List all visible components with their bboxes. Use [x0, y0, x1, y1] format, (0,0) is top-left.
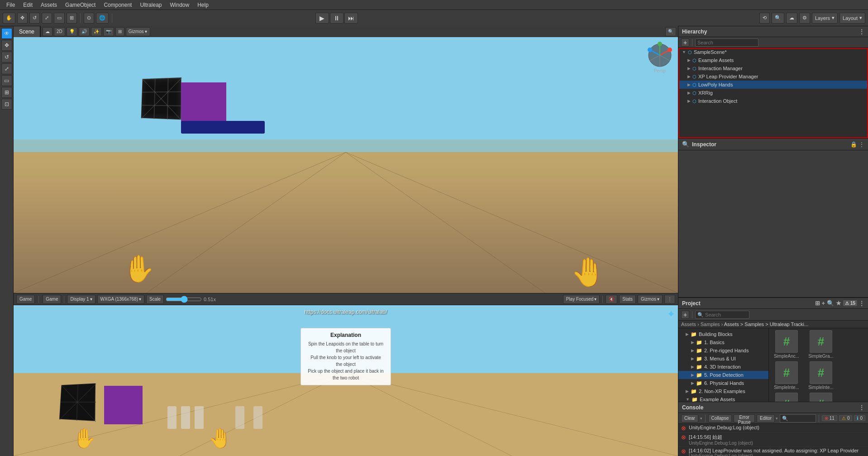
scale-gizmo[interactable]: ⤢	[1, 63, 12, 74]
project-icon-3[interactable]: 🔍	[827, 300, 834, 307]
project-icon-2[interactable]: +	[822, 300, 825, 307]
game-tab[interactable]: Game	[16, 295, 35, 304]
log-entry-1[interactable]: ⊗ [14:15:56] 始超 UnityEngine.Debug:Log (o…	[678, 433, 868, 447]
global-tool[interactable]: 🌐	[96, 13, 109, 24]
scene-audio-btn[interactable]: 🔊	[79, 27, 90, 36]
proj-physical-hands[interactable]: ▶ 📁 6. Physical Hands	[678, 379, 768, 387]
editor-btn[interactable]: Editor	[757, 414, 775, 422]
hier-xrrig[interactable]: ▶ ⬡ XRRig	[678, 89, 868, 97]
project-add-btn[interactable]: +	[681, 311, 689, 319]
scale-slider[interactable]	[166, 296, 202, 303]
play-focused-btn[interactable]: Play Focused ▾	[563, 295, 600, 304]
scene-fx2-btn[interactable]: ✨	[91, 27, 102, 36]
menu-ultraleap[interactable]: Ultraleap	[136, 1, 165, 9]
proj-non-xr[interactable]: ▶ 📁 2. Non-XR Examples	[678, 387, 768, 395]
scale-tool[interactable]: ⤢	[42, 13, 52, 24]
hier-sample-scene[interactable]: ▼ ⬡ SampleScene*	[678, 48, 868, 56]
hier-example-assets[interactable]: ▶ ⬡ Example Assets	[678, 56, 868, 64]
scene-2d-btn[interactable]: 2D	[54, 27, 65, 36]
proj-3d-interaction[interactable]: ▶ 📁 4. 3D Interaction	[678, 363, 768, 371]
step-button[interactable]: ⏭	[344, 13, 358, 24]
display-dropdown[interactable]: Display 1 ▾	[67, 295, 95, 304]
search-btn[interactable]: 🔍	[772, 13, 784, 24]
hier-lowpoly-hands[interactable]: ▶ ⬡ LowPoly Hands ›	[678, 81, 868, 89]
play-button[interactable]: ▶	[315, 13, 329, 24]
scene-fx-btn[interactable]: ☁	[43, 27, 52, 36]
game-viewport[interactable]: https://docs.ultraleap.com/ultralab/ ⌖ E…	[14, 305, 678, 456]
console-more-icon[interactable]: ⋮	[859, 404, 864, 411]
asset-0[interactable]: # SimpleAnc...	[771, 330, 802, 359]
eye-tool[interactable]: 👁	[1, 28, 12, 39]
tab-scene[interactable]: Scene	[14, 26, 40, 37]
asset-2[interactable]: # SimpleInte...	[771, 361, 802, 390]
stats-btn[interactable]: Stats	[619, 295, 636, 304]
menu-file[interactable]: File	[3, 1, 19, 9]
game-label[interactable]: Game	[43, 295, 61, 304]
pause-button[interactable]: ⏸	[330, 13, 343, 24]
inspector-lock-icon[interactable]: 🔒	[850, 141, 857, 148]
mute-btn[interactable]: 🔇	[606, 295, 617, 304]
transform-tool[interactable]: ⊞	[67, 13, 77, 24]
log-entry-0[interactable]: ⊗ UnityEngine.Debug:Log (object)	[678, 424, 868, 433]
project-icon-4[interactable]: ★	[836, 300, 841, 307]
console-error-pause-btn[interactable]: Error Pause	[734, 414, 755, 422]
cloud-btn[interactable]: ☁	[786, 13, 797, 24]
scene-search-btn[interactable]: 🔍	[665, 27, 676, 36]
scene-viewport[interactable]: 🤚 🤚	[14, 37, 678, 293]
grid-tool[interactable]: ⊡	[1, 99, 12, 110]
console-search[interactable]	[780, 414, 816, 422]
scene-gizmos-label[interactable]: Gizmos ▾	[126, 27, 150, 36]
rect-tool[interactable]: ▭	[54, 13, 65, 24]
history-btn[interactable]: ⟲	[759, 13, 770, 24]
inspector-more-icon[interactable]: ⋮	[859, 141, 864, 148]
hand-tool[interactable]: ✋	[3, 13, 15, 24]
snap-tool[interactable]: ⊞	[1, 87, 12, 98]
rotate-gizmo[interactable]: ↺	[1, 52, 12, 62]
console-collapse-btn[interactable]: Collapse	[708, 414, 732, 422]
layout-dropdown[interactable]: Layout ▾	[839, 13, 865, 24]
menu-window[interactable]: Window	[166, 1, 193, 9]
hier-interaction-object[interactable]: ▶ ⬡ Interaction Object	[678, 97, 868, 105]
proj-menus[interactable]: ▶ 📁 3. Menus & UI	[678, 355, 768, 363]
layers-dropdown[interactable]: Layers ▾	[812, 13, 838, 24]
log-entry-2[interactable]: ⊗ [14:16:02] LeapProvider was not assign…	[678, 447, 868, 456]
editor-dropdown[interactable]: Editor ▾	[757, 414, 778, 422]
asset-3[interactable]: # SimpleInte...	[805, 361, 837, 390]
project-search-input[interactable]	[695, 311, 749, 319]
center-tool[interactable]: ⊙	[84, 13, 94, 24]
proj-pose-detection[interactable]: ▶ 📁 5. Pose Detection	[678, 371, 768, 379]
rotate-tool[interactable]: ↺	[29, 13, 40, 24]
scene-gizmo[interactable]: Persp	[646, 42, 673, 69]
gizmos-btn[interactable]: Gizmos ▾	[638, 295, 663, 304]
console-clear-btn[interactable]: Clear	[681, 414, 698, 422]
asset-1[interactable]: # SimpleGra...	[805, 330, 837, 359]
hierarchy-more-icon[interactable]: ⋮	[859, 29, 864, 35]
scene-cam-btn[interactable]: 📷	[103, 27, 114, 36]
hier-interaction-manager[interactable]: ▶ ⬡ Interaction Manager	[678, 64, 868, 72]
menu-component[interactable]: Component	[100, 1, 135, 9]
scene-gizmo-btn[interactable]: ⊞	[115, 27, 124, 36]
scene-icon: ⬡	[688, 50, 692, 55]
resolution-dropdown[interactable]: WXGA (1366x768) ▾	[97, 295, 144, 304]
hier-im-label: Interaction Manager	[698, 66, 743, 71]
game-more-btn[interactable]: ⋮	[664, 295, 675, 304]
hierarchy-search[interactable]	[695, 38, 758, 47]
menu-edit[interactable]: Edit	[19, 1, 36, 9]
menu-help[interactable]: Help	[194, 1, 212, 9]
proj-basics[interactable]: ▶ 📁 1. Basics	[678, 338, 768, 346]
hier-xp-leap[interactable]: ▶ ⬡ XP Leap Provider Manager	[678, 72, 868, 81]
proj-pre-rigged[interactable]: ▶ 📁 2. Pre-rigged Hands	[678, 346, 768, 355]
rect-gizmo[interactable]: ▭	[1, 75, 12, 86]
hierarchy-add-btn[interactable]: +	[681, 38, 689, 47]
menu-assets[interactable]: Assets	[37, 1, 61, 9]
proj-building-blocks[interactable]: ▶ 📁 Building Blocks	[678, 330, 768, 338]
scene-lighting-btn[interactable]: 💡	[67, 27, 77, 36]
transform-gizmo[interactable]: ✥	[1, 40, 12, 51]
dropdown-arrow[interactable]: ▾	[700, 416, 702, 421]
project-icon-1[interactable]: ⊞	[815, 300, 820, 307]
project-more-icon[interactable]: ⋮	[859, 300, 864, 307]
proj-pose-label: 5. Pose Detection	[704, 372, 744, 378]
menu-gameobject[interactable]: GameObject	[62, 1, 99, 9]
move-tool[interactable]: ✥	[17, 13, 28, 24]
settings-btn[interactable]: ⚙	[799, 13, 810, 24]
